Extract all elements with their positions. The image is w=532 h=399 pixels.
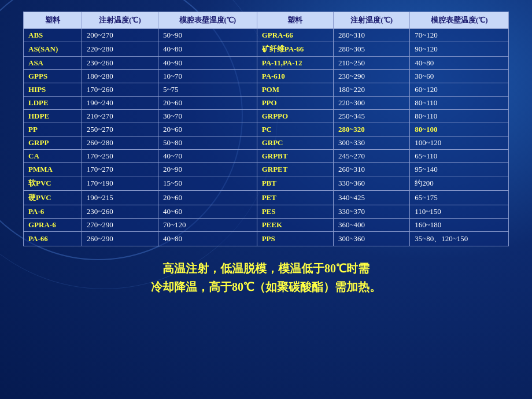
table-cell: 260~290 [82,232,158,246]
table-cell: 280~310 [334,29,410,42]
table-cell: 20~60 [158,123,257,136]
table-row: PP250~27020~60PC280~32080~100 [24,123,509,136]
table-cell: 50~80 [158,136,257,150]
table-cell: GRPP [24,136,82,150]
table-cell: PA-6 [24,205,82,219]
table-cell: 65~110 [410,150,509,163]
footer-line2: 冷却降温，高于80℃（如聚碳酸酯）需加热。 [23,278,509,296]
table-row: GRPP260~28050~80GRPC300~330100~120 [24,136,509,150]
table-cell: 280~305 [334,42,410,57]
table-cell: 170~270 [82,163,158,176]
table-cell: PMMA [24,163,82,176]
table-row: PMMA170~27020~90GRPET260~31095~140 [24,163,509,176]
table-cell: GPRA-6 [24,219,82,232]
table-cell: 250~345 [334,110,410,123]
table-cell: 220~300 [334,97,410,110]
table-cell: 190~240 [82,97,158,110]
materials-table: 塑料 注射温度(℃) 模腔表壁温度(℃) 塑料 注射温度(℃) 模腔表壁温度(℃… [23,12,509,246]
table-cell: 110~150 [410,205,509,219]
table-row: PA-6230~26040~60PES330~370110~150 [24,205,509,219]
table-cell: 230~260 [82,57,158,70]
table-cell: 50~90 [158,29,257,42]
table-cell: 280~320 [334,123,410,136]
table-cell: 210~250 [334,57,410,70]
table-cell: 180~280 [82,70,158,83]
table-cell: 245~270 [334,150,410,163]
table-row: CA170~25040~70GRPBT245~27065~110 [24,150,509,163]
header-inject-temp-right: 注射温度(℃) [334,12,410,29]
header-inject-temp-left: 注射温度(℃) [82,12,158,29]
table-cell: 60~120 [410,83,509,97]
table-cell: 35~80、120~150 [410,232,509,246]
table-cell: 10~70 [158,70,257,83]
table-cell: PC [257,123,333,136]
table-cell: GPRA-66 [257,29,333,42]
table-cell: 95~140 [410,163,509,176]
table-cell: 210~270 [82,110,158,123]
table-cell: 180~220 [334,83,410,97]
table-row: ABS200~27050~90GPRA-66280~31070~120 [24,29,509,42]
table-cell: 160~180 [410,219,509,232]
table-cell: 300~330 [334,136,410,150]
table-cell: GRPPO [257,110,333,123]
table-cell: 300~360 [334,232,410,246]
header-mold-temp-left: 模腔表壁温度(℃) [158,12,257,29]
table-cell: 260~280 [82,136,158,150]
table-cell: 70~120 [410,29,509,42]
table-cell: 硬PVC [24,191,82,205]
table-cell: 80~110 [410,97,509,110]
table-cell: LDPE [24,97,82,110]
table-cell: 40~80 [158,42,257,57]
table-cell: 270~290 [82,219,158,232]
table-cell: 15~50 [158,176,257,191]
table-cell: GRPBT [257,150,333,163]
table-row: PA-66260~29040~80PPS300~36035~80、120~150 [24,232,509,246]
table-cell: PBT [257,176,333,191]
table-cell: 5~75 [158,83,257,97]
table-cell: PA-610 [257,70,333,83]
table-row: ASA230~26040~90PA-11,PA-12210~25040~80 [24,57,509,70]
table-cell: 170~190 [82,176,158,191]
table-cell: 360~400 [334,219,410,232]
table-cell: CA [24,150,82,163]
table-cell: 40~90 [158,57,257,70]
table-cell: 80~110 [410,110,509,123]
footer-line1: 高温注射，低温脱模，模温低于80℃时需 [23,259,509,278]
table-cell: 20~90 [158,163,257,176]
table-cell: GPPS [24,70,82,83]
table-cell: 30~70 [158,110,257,123]
table-cell: PP [24,123,82,136]
table-cell: 100~120 [410,136,509,150]
table-cell: HDPE [24,110,82,123]
table-cell: AS(SAN) [24,42,82,57]
table-cell: 190~215 [82,191,158,205]
table-cell: HIPS [24,83,82,97]
table-cell: PET [257,191,333,205]
table-row: GPRA-6270~29070~120PEEK360~400160~180 [24,219,509,232]
table-cell: 20~60 [158,191,257,205]
table-cell: PES [257,205,333,219]
table-cell: 矿纤维PA-66 [257,42,333,57]
table-row: 软PVC170~19015~50PBT330~360约200 [24,176,509,191]
table-cell: ASA [24,57,82,70]
table-cell: 330~370 [334,205,410,219]
table-cell: 230~290 [334,70,410,83]
table-cell: PPS [257,232,333,246]
table-cell: 40~60 [158,205,257,219]
table-cell: 340~425 [334,191,410,205]
table-cell: 40~80 [410,57,509,70]
table-cell: ABS [24,29,82,42]
table-cell: 20~60 [158,97,257,110]
table-cell: 70~120 [158,219,257,232]
table-cell: 170~260 [82,83,158,97]
table-cell: 90~120 [410,42,509,57]
header-plastic-left: 塑料 [24,12,82,29]
table-cell: GRPC [257,136,333,150]
table-row: HIPS170~2605~75POM180~22060~120 [24,83,509,97]
table-cell: 约200 [410,176,509,191]
table-cell: 65~175 [410,191,509,205]
main-content: 塑料 注射温度(℃) 模腔表壁温度(℃) 塑料 注射温度(℃) 模腔表壁温度(℃… [0,0,532,305]
table-cell: 200~270 [82,29,158,42]
table-cell: 250~270 [82,123,158,136]
header-mold-temp-right: 模腔表壁温度(℃) [410,12,509,29]
